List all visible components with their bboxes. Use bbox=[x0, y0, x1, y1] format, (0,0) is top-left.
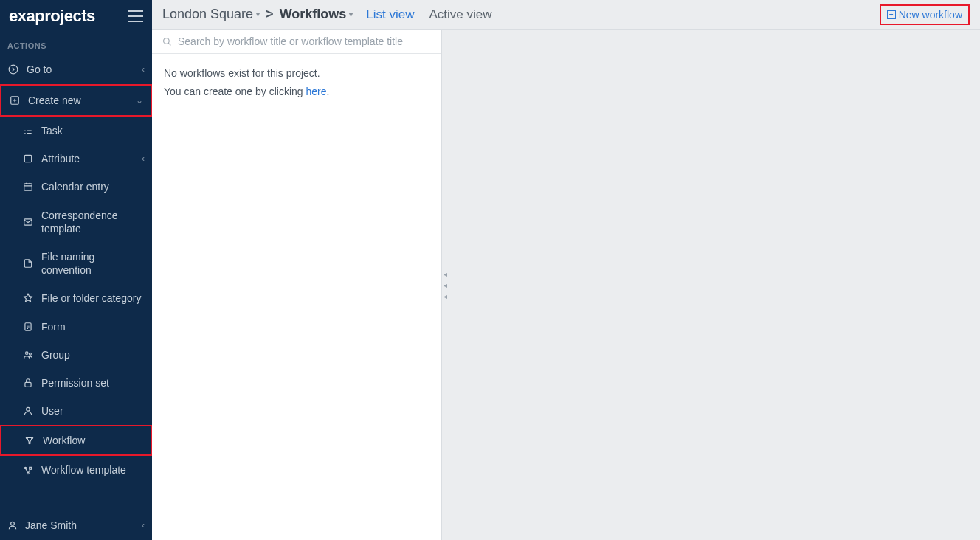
sidebar-item-group[interactable]: Group bbox=[0, 341, 152, 369]
calendar-icon bbox=[22, 181, 34, 192]
search-input[interactable] bbox=[178, 35, 431, 47]
sidebar-user[interactable]: Jane Smith ‹ bbox=[0, 510, 152, 540]
sidebar-item-calendar-entry[interactable]: Calendar entry bbox=[0, 173, 152, 201]
sidebar-item-label: Task bbox=[41, 124, 63, 137]
sidebar-item-label: Create new bbox=[28, 94, 81, 106]
square-icon bbox=[22, 153, 34, 164]
arrow-right-circle-icon bbox=[7, 64, 19, 75]
file-icon bbox=[22, 258, 34, 269]
main-area: London Square ▾ > Workflows ▾ List view … bbox=[152, 0, 980, 540]
breadcrumb-separator: > bbox=[266, 7, 274, 22]
breadcrumb-project[interactable]: London Square ▾ bbox=[162, 7, 260, 22]
svg-point-7 bbox=[29, 353, 31, 355]
form-icon bbox=[22, 322, 34, 332]
sidebar-item-label: Workflow template bbox=[41, 463, 126, 477]
lock-icon bbox=[22, 378, 34, 388]
svg-rect-8 bbox=[25, 382, 31, 387]
svg-rect-2 bbox=[24, 156, 31, 162]
caret-down-icon: ▾ bbox=[256, 10, 260, 18]
workflow-template-icon bbox=[22, 465, 34, 476]
sidebar-item-label: Form bbox=[41, 320, 66, 333]
caret-left-icon: ◂ bbox=[444, 292, 447, 300]
svg-point-6 bbox=[26, 352, 29, 355]
sidebar-item-label: Calendar entry bbox=[41, 180, 109, 193]
sidebar-item-label: Permission set bbox=[41, 376, 109, 390]
sidebar-goto[interactable]: Go to ‹ bbox=[0, 55, 152, 84]
svg-rect-3 bbox=[24, 184, 32, 190]
panel-resize-handle[interactable]: ◂ ◂ ◂ bbox=[442, 270, 447, 300]
sidebar-item-user[interactable]: User bbox=[0, 397, 152, 425]
plus-square-icon: + bbox=[887, 10, 896, 19]
sidebar-create-new[interactable]: Create new ⌄ bbox=[0, 84, 152, 117]
breadcrumb: London Square ▾ > Workflows ▾ List view … bbox=[162, 7, 492, 22]
tag-icon bbox=[22, 293, 34, 303]
topbar: London Square ▾ > Workflows ▾ List view … bbox=[152, 0, 980, 30]
svg-point-10 bbox=[26, 437, 27, 439]
person-icon bbox=[7, 520, 19, 530]
chevron-left-icon: ‹ bbox=[142, 520, 145, 530]
checklist-icon bbox=[22, 125, 34, 136]
new-workflow-button[interactable]: + New workflow bbox=[880, 4, 970, 25]
detail-panel: ◂ ◂ ◂ bbox=[442, 30, 980, 540]
workflow-icon bbox=[24, 435, 35, 446]
mail-icon bbox=[22, 217, 34, 227]
svg-point-12 bbox=[29, 443, 30, 444]
list-panel: No workflows exist for this project. You… bbox=[152, 30, 442, 540]
sidebar-item-label: Go to bbox=[27, 63, 52, 75]
sidebar: exaprojects ACTIONS Go to ‹ Create new ⌄ bbox=[0, 0, 152, 540]
breadcrumb-section[interactable]: Workflows ▾ bbox=[280, 7, 353, 22]
search-icon bbox=[162, 37, 172, 46]
sidebar-item-task[interactable]: Task bbox=[0, 117, 152, 145]
empty-line-2-prefix: You can create one by clicking bbox=[164, 86, 306, 97]
new-workflow-label: New workflow bbox=[899, 9, 962, 21]
sidebar-item-label: Attribute bbox=[41, 152, 80, 165]
empty-line-1: No workflows exist for this project. bbox=[164, 64, 429, 83]
create-here-link[interactable]: here bbox=[306, 86, 327, 97]
sidebar-item-label: Correspondence template bbox=[41, 209, 145, 235]
chevron-down-icon: ⌄ bbox=[136, 95, 143, 105]
svg-rect-14 bbox=[30, 467, 32, 469]
search-box bbox=[152, 30, 441, 54]
svg-point-0 bbox=[9, 65, 18, 74]
sidebar-item-file-folder-category[interactable]: File or folder category bbox=[0, 284, 152, 312]
caret-down-icon: ▾ bbox=[349, 10, 353, 18]
sidebar-item-label: Workflow bbox=[43, 434, 85, 447]
sidebar-item-file-naming[interactable]: File naming convention bbox=[0, 243, 152, 284]
svg-point-9 bbox=[27, 407, 30, 411]
caret-left-icon: ◂ bbox=[444, 270, 447, 278]
svg-point-16 bbox=[11, 522, 15, 525]
user-icon bbox=[22, 406, 34, 416]
user-name: Jane Smith bbox=[25, 519, 77, 531]
svg-point-13 bbox=[24, 467, 26, 468]
sidebar-item-label: User bbox=[41, 404, 63, 418]
empty-line-2: You can create one by clicking here. bbox=[164, 83, 429, 101]
sidebar-item-correspondence-template[interactable]: Correspondence template bbox=[0, 201, 152, 243]
chevron-left-icon: ‹ bbox=[142, 64, 145, 75]
sidebar-item-permission-set[interactable]: Permission set bbox=[0, 369, 152, 397]
svg-point-17 bbox=[164, 38, 170, 44]
users-icon bbox=[22, 350, 34, 360]
svg-point-15 bbox=[27, 472, 29, 474]
svg-point-11 bbox=[31, 437, 32, 439]
breadcrumb-project-label: London Square bbox=[162, 7, 253, 22]
menu-toggle-icon[interactable] bbox=[128, 10, 143, 22]
breadcrumb-section-label: Workflows bbox=[280, 7, 347, 22]
sidebar-item-attribute[interactable]: Attribute ‹ bbox=[0, 145, 152, 173]
sidebar-item-label: File naming convention bbox=[41, 250, 145, 277]
plus-square-icon bbox=[9, 95, 21, 105]
sidebar-item-label: File or folder category bbox=[41, 291, 141, 305]
empty-state: No workflows exist for this project. You… bbox=[152, 54, 441, 111]
caret-left-icon: ◂ bbox=[444, 281, 447, 289]
sidebar-item-label: Group bbox=[41, 348, 70, 361]
sidebar-item-form[interactable]: Form bbox=[0, 313, 152, 341]
sidebar-item-workflow-template[interactable]: Workflow template bbox=[0, 456, 152, 484]
sidebar-section-label: ACTIONS bbox=[0, 32, 152, 55]
sidebar-item-workflow[interactable]: Workflow bbox=[0, 425, 152, 456]
chevron-left-icon: ‹ bbox=[142, 153, 145, 164]
logo[interactable]: exaprojects bbox=[9, 7, 95, 26]
active-view-label[interactable]: Active view bbox=[429, 7, 492, 22]
list-view-link[interactable]: List view bbox=[366, 7, 414, 22]
